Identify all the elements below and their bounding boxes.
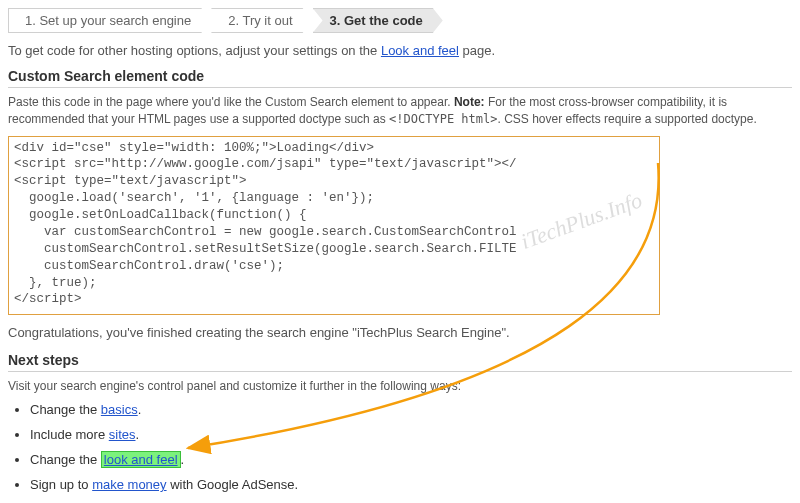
next-steps-intro: Visit your search engine's control panel…	[8, 378, 792, 395]
list-item: Include more sites.	[30, 427, 792, 442]
make-money-link[interactable]: make money	[92, 477, 166, 492]
note-doctype: <!DOCTYPE html>	[389, 112, 497, 126]
step-label: 3. Get the code	[330, 13, 423, 28]
code-textarea[interactable]	[10, 138, 658, 310]
wizard-steps: 1. Set up your search engine 2. Try it o…	[8, 8, 792, 33]
code-box	[8, 136, 660, 315]
list-item: Change the basics.	[30, 402, 792, 417]
step-setup[interactable]: 1. Set up your search engine	[8, 8, 211, 33]
step-tryout[interactable]: 2. Try it out	[211, 8, 312, 33]
note-pre: Paste this code in the page where you'd …	[8, 95, 454, 109]
look-and-feel-link[interactable]: Look and feel	[381, 43, 459, 58]
sites-link[interactable]: sites	[109, 427, 136, 442]
list-item: Sign up to make money with Google AdSens…	[30, 477, 792, 492]
step-label: 2. Try it out	[228, 13, 292, 28]
section-custom-search-code: Custom Search element code	[8, 68, 792, 88]
note-bold: Note:	[454, 95, 485, 109]
li-text: with Google AdSense.	[167, 477, 299, 492]
note-text: Paste this code in the page where you'd …	[8, 94, 792, 128]
li-text: Include more	[30, 427, 109, 442]
li-text: Change the	[30, 402, 101, 417]
li-text: Change the	[30, 452, 101, 467]
step-getcode[interactable]: 3. Get the code	[313, 8, 443, 33]
basics-link[interactable]: basics	[101, 402, 138, 417]
look-and-feel-link-highlighted[interactable]: look and feel	[101, 451, 181, 468]
step-label: 1. Set up your search engine	[25, 13, 191, 28]
li-text: Sign up to	[30, 477, 92, 492]
congrats-text: Congratulations, you've finished creatin…	[8, 325, 792, 340]
next-steps-list: Change the basics. Include more sites. C…	[8, 402, 792, 503]
intro-suffix: page.	[459, 43, 495, 58]
section-next-steps: Next steps	[8, 352, 792, 372]
list-item: Change the look and feel.	[30, 452, 792, 467]
intro-text: To get code for other hosting options, a…	[8, 43, 792, 58]
note-post2: . CSS hover effects require a supported …	[497, 112, 756, 126]
intro-prefix: To get code for other hosting options, a…	[8, 43, 381, 58]
